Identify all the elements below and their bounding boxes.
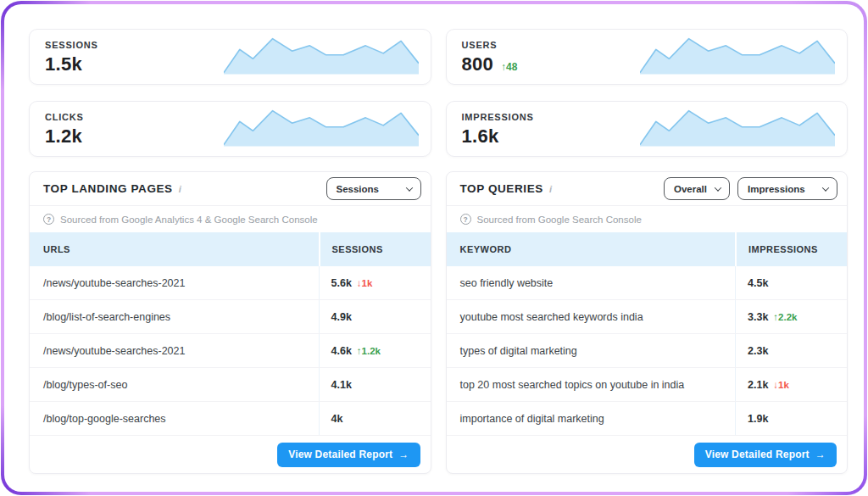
panel-footer: View Detailed Report → xyxy=(30,436,431,473)
top-queries-panel: TOP QUERIES i Overall Impressions xyxy=(446,171,849,474)
panel-header: TOP LANDING PAGES i Sessions xyxy=(30,172,431,206)
row-value: 5.6k xyxy=(331,277,352,289)
sessions-metric-dropdown[interactable]: Sessions xyxy=(326,177,421,200)
table-row: types of digital marketing2.3k xyxy=(447,334,848,368)
table-row: top 20 most searched topics on youtube i… xyxy=(447,368,848,402)
dropdown-selected-value: Overall xyxy=(674,184,707,194)
info-icon: i xyxy=(549,184,552,194)
row-name: types of digital marketing xyxy=(447,345,736,357)
stat-value: 1.2k xyxy=(45,125,82,148)
arrow-right-icon: → xyxy=(398,449,409,460)
clicks-sparkline-chart xyxy=(224,108,419,150)
dropdown-selected-value: Impressions xyxy=(748,184,805,194)
view-detailed-report-button[interactable]: View Detailed Report → xyxy=(277,443,420,467)
row-value-cell: 4.6k↑1.2k xyxy=(319,334,431,367)
stat-delta-badge: ↑48 xyxy=(501,61,517,73)
row-value: 4k xyxy=(331,413,343,425)
column-header-keyword: KEYWORD xyxy=(447,244,736,254)
stat-value: 800 xyxy=(462,53,494,75)
row-name: importance of digital marketing xyxy=(447,413,736,425)
row-value-cell: 4.5k xyxy=(735,266,847,299)
users-sparkline-chart xyxy=(640,36,835,78)
delta-down-badge: ↓1k xyxy=(773,380,789,390)
table-row: /news/youtube-searches-20214.6k↑1.2k xyxy=(30,334,431,368)
row-value: 2.3k xyxy=(748,345,768,357)
row-value: 4.9k xyxy=(331,311,352,323)
top-landing-pages-panel: TOP LANDING PAGES i Sessions ? Sourced f… xyxy=(29,171,431,474)
impressions-sparkline-chart xyxy=(640,108,835,150)
row-value-cell: 5.6k↓1k xyxy=(319,266,431,299)
help-circle-icon: ? xyxy=(460,214,471,225)
button-label: View Detailed Report xyxy=(705,449,810,460)
table-header-row: KEYWORD IMPRESSIONS xyxy=(447,232,848,266)
button-label: View Detailed Report xyxy=(288,449,392,460)
table-body: /news/youtube-searches-20215.6k↓1k/blog/… xyxy=(30,266,431,436)
stat-card-sessions: SESSIONS 1.5k xyxy=(29,29,431,85)
table-row: /blog/top-google-searches4k xyxy=(30,402,431,436)
stat-card-clicks: CLICKS 1.2k xyxy=(29,101,431,157)
panel-footer: View Detailed Report → xyxy=(447,436,848,473)
chevron-down-icon xyxy=(405,184,412,191)
overall-filter-dropdown[interactable]: Overall xyxy=(664,177,730,200)
row-value-cell: 4.9k xyxy=(319,300,431,333)
row-name: /news/youtube-searches-2021 xyxy=(30,345,319,357)
row-value-cell: 3.3k↑2.2k xyxy=(735,300,847,333)
stats-grid: SESSIONS 1.5k USERS 800 ↑48 CLICKS xyxy=(29,29,848,157)
arrow-right-icon: → xyxy=(815,449,826,460)
panel-header: TOP QUERIES i Overall Impressions xyxy=(447,172,848,206)
row-name: /news/youtube-searches-2021 xyxy=(30,277,319,289)
stat-delta-value: 48 xyxy=(506,61,517,73)
dropdown-selected-value: Sessions xyxy=(337,184,380,194)
column-header-sessions: SESSIONS xyxy=(319,232,431,266)
table-row: /blog/types-of-seo4.1k xyxy=(30,368,431,402)
dashboard-content: SESSIONS 1.5k USERS 800 ↑48 CLICKS xyxy=(4,4,864,474)
row-name: /blog/list-of-search-engines xyxy=(30,311,319,323)
chevron-down-icon xyxy=(822,184,829,191)
row-value-cell: 1.9k xyxy=(735,402,847,435)
sessions-sparkline-chart xyxy=(224,36,419,78)
row-name: /blog/types-of-seo xyxy=(30,379,319,391)
dashboard-surface: SESSIONS 1.5k USERS 800 ↑48 CLICKS xyxy=(4,4,864,492)
delta-down-badge: ↓1k xyxy=(357,278,373,288)
data-source-text: Sourced from Google Analytics 4 & Google… xyxy=(60,215,318,225)
column-header-impressions: IMPRESSIONS xyxy=(735,232,847,266)
row-name: top 20 most searched topics on youtube i… xyxy=(447,379,736,391)
panel-title: TOP QUERIES xyxy=(460,182,543,195)
view-detailed-report-button[interactable]: View Detailed Report → xyxy=(694,443,837,467)
column-header-urls: URLS xyxy=(30,244,319,254)
table-body: seo friendly website4.5kyoutube most sea… xyxy=(447,266,848,436)
row-value: 4.6k xyxy=(331,345,352,357)
dashboard-frame: SESSIONS 1.5k USERS 800 ↑48 CLICKS xyxy=(1,1,867,495)
delta-up-badge: ↑1.2k xyxy=(357,346,381,356)
impressions-metric-dropdown[interactable]: Impressions xyxy=(737,177,837,200)
data-source-note: ? Sourced from Google Search Console xyxy=(447,206,848,232)
row-value: 4.5k xyxy=(748,277,768,289)
stat-card-users: USERS 800 ↑48 xyxy=(446,29,849,85)
row-value: 2.1k xyxy=(748,379,768,391)
table-row: youtube most searched keywords india3.3k… xyxy=(447,300,848,334)
row-value-cell: 4.1k xyxy=(319,368,431,401)
row-name: youtube most searched keywords india xyxy=(447,311,736,323)
table-row: importance of digital marketing1.9k xyxy=(447,402,848,436)
stat-value: 1.6k xyxy=(462,125,499,148)
table-row: /news/youtube-searches-20215.6k↓1k xyxy=(30,266,431,300)
info-icon: i xyxy=(179,184,181,194)
row-name: /blog/top-google-searches xyxy=(30,413,319,425)
row-value-cell: 2.1k↓1k xyxy=(735,368,847,401)
stat-value: 1.5k xyxy=(45,53,82,75)
row-name: seo friendly website xyxy=(447,277,736,289)
table-header-row: URLS SESSIONS xyxy=(30,232,431,266)
chevron-down-icon xyxy=(715,184,721,191)
row-value: 3.3k xyxy=(748,311,768,323)
delta-up-badge: ↑2.2k xyxy=(773,312,797,322)
tables-grid: TOP LANDING PAGES i Sessions ? Sourced f… xyxy=(29,171,848,474)
row-value: 1.9k xyxy=(748,413,768,425)
panel-title: TOP LANDING PAGES xyxy=(43,182,173,195)
row-value-cell: 4k xyxy=(319,402,431,435)
data-source-text: Sourced from Google Search Console xyxy=(477,215,642,225)
table-row: /blog/list-of-search-engines4.9k xyxy=(30,300,431,334)
row-value-cell: 2.3k xyxy=(735,334,847,367)
table-row: seo friendly website4.5k xyxy=(447,266,848,300)
row-value: 4.1k xyxy=(331,379,352,391)
stat-card-impressions: IMPRESSIONS 1.6k xyxy=(446,101,849,157)
